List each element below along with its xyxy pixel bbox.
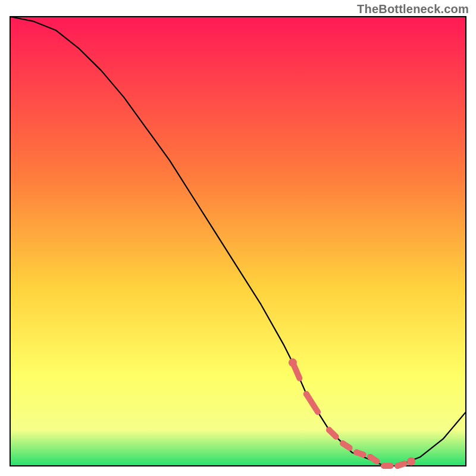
marker-dot [289, 358, 297, 367]
marker-dot [353, 449, 359, 455]
marker-dot [367, 454, 373, 460]
watermark-text: TheBottleneck.com [357, 2, 469, 16]
marker-dot [407, 457, 415, 465]
chart-canvas: { "watermark": "TheBottleneck.com", "gra… [0, 0, 476, 476]
marker-dot [381, 463, 387, 469]
marker-dot [394, 463, 400, 469]
marker-dot [340, 440, 346, 446]
marker-dot [303, 391, 309, 397]
marker-dot [326, 427, 332, 433]
chart-svg [0, 0, 476, 476]
plot-background [10, 17, 466, 466]
